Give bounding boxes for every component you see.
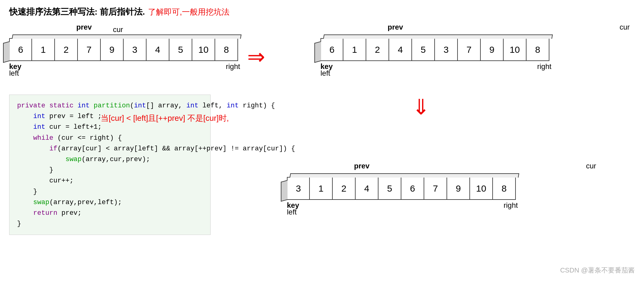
array-cell: 5 bbox=[169, 38, 192, 61]
array-cell: 4 bbox=[356, 177, 378, 200]
array-cell: 4 bbox=[147, 38, 169, 61]
array-cell: 9 bbox=[447, 177, 470, 200]
array-cell: 10 bbox=[470, 177, 493, 200]
title-row: 快速排序法第三种写法: 前后指针法. 了解即可,一般用挖坑法 bbox=[9, 6, 635, 18]
diagram1-left-label: left bbox=[9, 69, 19, 77]
diagram2-array: 61245379108 bbox=[320, 38, 549, 61]
code-line: if(array[cur] < array[left] && array[++p… bbox=[17, 143, 203, 154]
array-cell: 2 bbox=[366, 38, 389, 61]
array-cell: 8 bbox=[493, 177, 516, 200]
diagram1-prev-label: prev bbox=[76, 23, 92, 31]
array-cell: 10 bbox=[504, 38, 526, 61]
array-cell: 1 bbox=[310, 177, 333, 200]
diagram1-section: prev cur 61279345108 key left right bbox=[9, 23, 238, 74]
diagram3-right-label: right bbox=[504, 201, 518, 210]
array-cell: 1 bbox=[343, 38, 366, 61]
array-cell: 6 bbox=[320, 38, 343, 61]
array-cell: 3 bbox=[124, 38, 147, 61]
code-line: swap(array,prev,left); bbox=[17, 197, 203, 208]
diagram3-prev-label: prev bbox=[354, 162, 370, 170]
diagram1-array: 61279345108 bbox=[9, 38, 238, 61]
diagram2-section: prev cur 61245379108 key left right bbox=[320, 23, 549, 74]
array-cell: 7 bbox=[78, 38, 101, 61]
code-line: while (cur <= right) { bbox=[17, 133, 203, 143]
diagram2-right-label: right bbox=[537, 62, 552, 71]
code-line: } bbox=[17, 165, 203, 175]
code-line: } bbox=[17, 218, 203, 229]
array-cell: 8 bbox=[215, 38, 238, 61]
watermark: CSDN @薯条不要番茄酱 bbox=[560, 266, 635, 275]
diagram3-left-label: left bbox=[287, 208, 297, 216]
diagram3-cur-label: cur bbox=[586, 162, 596, 170]
code-line: cur++; bbox=[17, 175, 203, 186]
array-cell: 6 bbox=[9, 38, 32, 61]
array-cell: 1 bbox=[32, 38, 55, 61]
arrow-down-1: ⇓ bbox=[412, 95, 430, 120]
array-cell: 5 bbox=[378, 177, 401, 200]
page-container: 快速排序法第三种写法: 前后指针法. 了解即可,一般用挖坑法 prev cur … bbox=[0, 0, 644, 281]
code-line: } bbox=[17, 186, 203, 197]
array-cell: 7 bbox=[424, 177, 447, 200]
diagram2-left-label: left bbox=[320, 69, 330, 77]
diagram1-right-label: right bbox=[226, 62, 240, 71]
code-line: private static int partition(int[] array… bbox=[17, 100, 203, 111]
diagram3-array: 31245679108 bbox=[287, 177, 516, 200]
diagram3-section: prev cur 31245679108 key left right bbox=[287, 162, 516, 213]
array-cell: 2 bbox=[55, 38, 78, 61]
diagram2-cur-label: cur bbox=[620, 23, 630, 31]
code-annotation: 当[cur] < [left]且[++prev] 不是[cur]时, bbox=[101, 113, 229, 124]
diagram1-cur-label: cur bbox=[113, 25, 123, 34]
array-cell: 10 bbox=[192, 38, 215, 61]
array-cell: 6 bbox=[401, 177, 424, 200]
array-cell: 3 bbox=[287, 177, 310, 200]
array-cell: 7 bbox=[458, 38, 481, 61]
array-cell: 2 bbox=[333, 177, 356, 200]
title-main: 快速排序法第三种写法: 前后指针法. bbox=[9, 6, 145, 18]
arrow-right-1: ⇒ bbox=[247, 44, 265, 69]
code-line: swap(array,cur,prev); bbox=[17, 154, 203, 165]
diagram2-prev-label: prev bbox=[388, 23, 403, 31]
array-cell: 9 bbox=[101, 38, 124, 61]
code-line: return prev; bbox=[17, 208, 203, 218]
array-cell: 9 bbox=[481, 38, 504, 61]
title-note: 了解即可,一般用挖坑法 bbox=[148, 7, 230, 17]
array-cell: 8 bbox=[526, 38, 549, 61]
array-cell: 3 bbox=[435, 38, 458, 61]
array-cell: 4 bbox=[389, 38, 412, 61]
array-cell: 5 bbox=[412, 38, 435, 61]
